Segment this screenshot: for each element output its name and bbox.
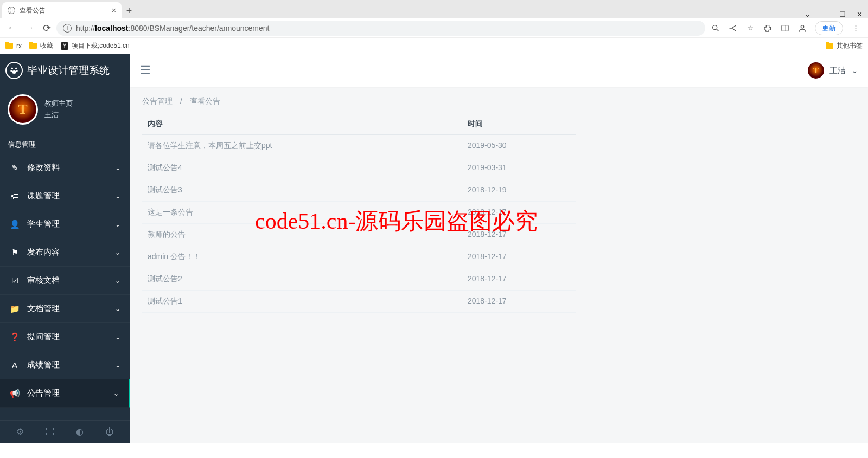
table-row[interactable]: 请各位学生注意，本周五之前上交ppt2019-05-30 [142,135,576,157]
svg-point-4 [801,25,803,28]
cell-content: 测试公告1 [142,296,468,306]
table-row[interactable]: 测试公告12018-12-17 [142,291,576,313]
cell-content: admin 公告！！ [142,252,468,262]
cell-time: 2019-05-30 [468,141,576,151]
svg-point-6 [15,68,17,69]
nav-icon: A [10,360,20,370]
table-row[interactable]: 这是一条公告2018-12-17 [142,202,576,224]
window-minimize-icon[interactable]: — [821,10,828,18]
table-row[interactable]: 测试公告42019-03-31 [142,157,576,179]
nav-label: 修改资料 [27,163,60,173]
topbar: ☰ T 王洁 ⌄ [130,54,868,87]
nav-icon: ❓ [10,332,20,342]
nav-icon: 📢 [10,389,20,398]
nav-label: 发布内容 [27,247,60,257]
share-icon[interactable] [728,23,738,33]
chevron-down-icon: ⌄ [115,192,120,200]
profile-icon[interactable] [797,23,807,33]
svg-point-9 [12,70,16,74]
sidebar-item-student[interactable]: 👤学生管理⌄ [0,210,130,238]
bookmark-rx[interactable]: rx [5,42,22,50]
cell-content: 测试公告3 [142,185,468,195]
browser-tab-bar: 查看公告 × + ⌄ — ☐ ✕ [0,0,868,18]
cell-content: 测试公告2 [142,274,468,284]
svg-rect-2 [782,25,788,31]
cell-time: 2019-03-31 [468,163,576,173]
forward-button[interactable]: → [22,21,37,36]
power-icon[interactable]: ⏻ [105,427,114,437]
sidebar: 毕业设计管理系统 T 教师主页 王洁 信息管理 ✎修改资料⌄🏷课题管理⌄👤学生管… [0,54,130,443]
chevron-down-icon: ⌄ [115,277,120,285]
fullscreen-icon[interactable]: ⛶ [46,427,54,437]
table-row[interactable]: 测试公告22018-12-17 [142,268,576,291]
browser-tab[interactable]: 查看公告 × [2,2,122,18]
other-bookmarks[interactable]: 其他书签 [819,41,863,50]
sidebar-item-topic[interactable]: 🏷课题管理⌄ [0,182,130,210]
window-close-icon[interactable]: ✕ [857,10,863,18]
breadcrumb-parent[interactable]: 公告管理 [142,96,173,105]
folder-icon [5,43,13,49]
folder-icon [826,43,833,49]
site-icon: Y [61,42,68,50]
svg-point-0 [713,25,717,29]
cell-time: 2018-12-17 [468,274,576,284]
globe-icon [8,7,15,14]
bookmark-bar: rx 收藏 Y项目下载;code51.cn 其他书签 [0,38,868,54]
star-icon[interactable]: ☆ [745,23,755,33]
sidepanel-icon[interactable] [780,23,790,33]
nav-icon: ✎ [10,163,20,173]
nav-icon: 👤 [10,220,20,229]
site-info-icon[interactable]: i [63,24,72,33]
table-row[interactable]: 教师的公告2018-12-17 [142,224,576,246]
chevron-down-icon: ⌄ [113,390,119,397]
chevron-down-icon: ⌄ [115,333,120,341]
kebab-menu-icon[interactable]: ⋮ [851,23,860,33]
chevron-down-icon: ⌄ [115,221,120,228]
nav-label: 学生管理 [27,219,60,229]
sidebar-user[interactable]: T 教师主页 王洁 [0,87,130,132]
settings-icon[interactable]: ⚙ [16,427,24,437]
svg-point-7 [10,70,12,72]
chevron-down-icon: ⌄ [115,164,120,172]
topbar-user[interactable]: T 王洁 ⌄ [808,62,858,79]
sidebar-item-announce[interactable]: 📢公告管理⌄ [0,379,130,408]
cell-time: 2018-12-17 [468,230,576,240]
reload-button[interactable]: ⟳ [39,21,54,36]
nav-label: 审核文档 [27,275,60,286]
folder-icon [29,43,37,49]
nav-icon: 🏷 [10,191,20,201]
refresh-icon[interactable]: ◐ [76,427,84,437]
brand[interactable]: 毕业设计管理系统 [0,54,130,87]
sidebar-item-review[interactable]: ☑审核文档⌄ [0,267,130,295]
cell-content: 请各位学生注意，本周五之前上交ppt [142,141,468,151]
sidebar-item-question[interactable]: ❓提问管理⌄ [0,323,130,351]
bookmark-favorites[interactable]: 收藏 [29,41,53,50]
nav-icon: ⚑ [10,248,20,257]
zoom-icon[interactable] [711,23,720,33]
announcement-table: 内容 时间 请各位学生注意，本周五之前上交ppt2019-05-30测试公告42… [142,114,576,313]
svg-line-1 [717,29,718,31]
back-button[interactable]: ← [4,21,20,36]
table-row[interactable]: 测试公告32018-12-19 [142,179,576,202]
svg-point-5 [11,68,13,69]
window-maximize-icon[interactable]: ☐ [839,10,846,18]
extensions-icon[interactable] [763,23,773,33]
table-row[interactable]: admin 公告！！2018-12-17 [142,246,576,268]
sidebar-item-docs[interactable]: 📁文档管理⌄ [0,295,130,323]
omnibox[interactable]: i http://localhost:8080/BSManager/teache… [56,21,705,36]
new-tab-button[interactable]: + [122,3,137,18]
update-button[interactable]: 更新 [815,21,843,35]
nav-label: 提问管理 [27,332,60,342]
sidebar-item-grade[interactable]: A成绩管理⌄ [0,351,130,379]
sidebar-item-profile[interactable]: ✎修改资料⌄ [0,154,130,182]
sidebar-item-publish[interactable]: ⚑发布内容⌄ [0,238,130,267]
hamburger-icon[interactable]: ☰ [140,63,151,78]
window-dropdown-icon[interactable]: ⌄ [805,10,810,18]
bookmark-code51[interactable]: Y项目下载;code51.cn [61,41,130,50]
sidebar-footer: ⚙ ⛶ ◐ ⏻ [0,420,130,443]
topbar-user-name: 王洁 [829,66,846,76]
chevron-down-icon: ⌄ [115,249,120,256]
cell-content: 这是一条公告 [142,208,468,217]
close-tab-icon[interactable]: × [112,6,116,15]
cell-content: 教师的公告 [142,230,468,240]
